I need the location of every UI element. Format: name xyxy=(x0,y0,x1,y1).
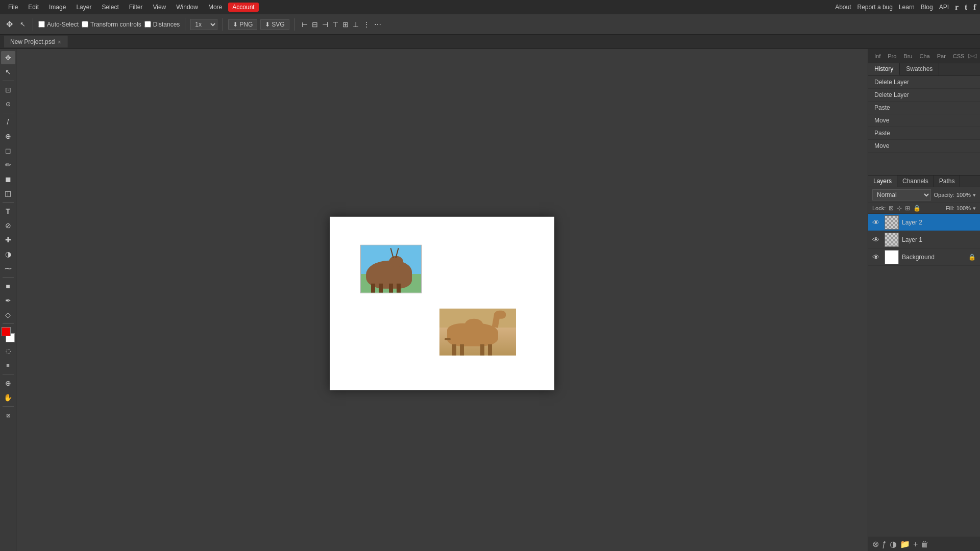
healing-tool[interactable]: ✚ xyxy=(1,233,15,246)
transform-checkbox[interactable]: Transform controls xyxy=(82,21,141,28)
blend-mode-select[interactable]: Normal Multiply Screen Overlay xyxy=(872,189,931,201)
align-top-edge-icon[interactable]: ⊤ xyxy=(331,19,340,30)
align-bottom-edge-icon[interactable]: ⊥ xyxy=(351,19,360,30)
text-tool[interactable]: T xyxy=(1,205,15,218)
nav-layer[interactable]: Layer xyxy=(72,3,95,12)
nav-learn[interactable]: Learn xyxy=(899,4,915,11)
crop-tool[interactable]: ⊡ xyxy=(1,83,15,96)
project-tab[interactable]: New Project.psd × xyxy=(4,36,67,47)
nav-api[interactable]: API xyxy=(939,4,949,11)
pencil-tool[interactable]: ✏ xyxy=(1,158,15,171)
elk-image[interactable] xyxy=(360,245,422,293)
nav-filter[interactable]: Filter xyxy=(125,3,147,12)
layer-item-1[interactable]: 👁 Layer 1 xyxy=(868,231,980,248)
history-item-2[interactable]: Paste xyxy=(868,102,980,114)
nav-account[interactable]: Account xyxy=(228,3,258,12)
transform-input[interactable] xyxy=(82,21,88,28)
lock-all-icon[interactable]: 🔒 xyxy=(913,205,921,212)
history-item-0[interactable]: Delete Layer xyxy=(868,76,980,89)
layer-item-2[interactable]: 👁 Background 🔒 xyxy=(868,248,980,266)
layer-eye-2[interactable]: 👁 xyxy=(872,253,881,261)
pen-tool[interactable]: ✒ xyxy=(1,294,15,307)
link-layers-icon[interactable]: ⊗ xyxy=(872,539,879,549)
foreground-color-swatch[interactable] xyxy=(2,327,11,336)
opacity-arrow[interactable]: ▾ xyxy=(973,192,976,198)
zoom-select[interactable]: 1x 2x 0.5x xyxy=(190,19,217,30)
eraser-tool[interactable]: ◻ xyxy=(1,144,15,157)
history-item-4[interactable]: Paste xyxy=(868,127,980,140)
hand-tool[interactable]: ✋ xyxy=(1,391,15,404)
distances-input[interactable] xyxy=(144,21,151,28)
history-item-1[interactable]: Delete Layer xyxy=(868,89,980,102)
dodge-tool[interactable]: ◑ xyxy=(1,247,15,261)
fill-arrow[interactable]: ▾ xyxy=(973,205,976,212)
tab-paths[interactable]: Paths xyxy=(934,176,961,187)
nav-select[interactable]: Select xyxy=(97,3,122,12)
select-tool[interactable]: ↖ xyxy=(1,65,15,79)
toolbar-select-icon[interactable]: ↖ xyxy=(18,19,28,29)
reddit-icon[interactable]: 𝐫 xyxy=(955,3,959,12)
panel-collapse-icon[interactable]: ▷◁ xyxy=(968,53,976,59)
nav-blog[interactable]: Blog xyxy=(921,4,933,11)
lasso-tool[interactable]: ⊙ xyxy=(1,97,15,111)
history-item-3[interactable]: Move xyxy=(868,114,980,127)
shape-tool[interactable]: ■ xyxy=(1,280,15,293)
side-mini-bru[interactable]: Bru xyxy=(900,52,915,60)
gradient-tool[interactable]: ◫ xyxy=(1,187,15,200)
history-item-5[interactable]: Move xyxy=(868,140,980,153)
side-mini-cha[interactable]: Cha xyxy=(916,52,933,60)
align-v-center-icon[interactable]: ⊞ xyxy=(341,19,350,30)
align-left-edge-icon[interactable]: ⊢ xyxy=(300,19,309,30)
ruler-tool[interactable]: ≡ xyxy=(1,359,15,372)
side-mini-pro[interactable]: Pro xyxy=(885,52,899,60)
nav-about[interactable]: About xyxy=(835,4,851,11)
nav-edit[interactable]: Edit xyxy=(24,3,43,12)
nav-reportbug[interactable]: Report a bug xyxy=(857,4,893,11)
nav-window[interactable]: Window xyxy=(172,3,202,12)
layer-effects-icon[interactable]: ƒ xyxy=(882,540,887,549)
align-right-edge-icon[interactable]: ⊣ xyxy=(321,19,330,30)
layer-eye-0[interactable]: 👁 xyxy=(872,218,881,227)
auto-select-input[interactable] xyxy=(38,21,45,28)
auto-select-checkbox[interactable]: Auto-Select xyxy=(38,21,79,28)
distribute-h-icon[interactable]: ⋮ xyxy=(361,19,372,30)
facebook-icon[interactable]: 𝐟 xyxy=(973,3,976,12)
move-tool[interactable]: ✥ xyxy=(1,51,15,64)
nav-image[interactable]: Image xyxy=(45,3,70,12)
tab-history[interactable]: History xyxy=(868,63,900,76)
svg-export-button[interactable]: ⬇ SVG xyxy=(260,19,289,30)
nav-file[interactable]: File xyxy=(4,3,22,12)
zoom-tool[interactable]: ⊕ xyxy=(1,377,15,390)
extra-tool[interactable]: ⊠ xyxy=(1,409,15,422)
layer-eye-1[interactable]: 👁 xyxy=(872,236,881,244)
smudge-tool[interactable]: ⁓ xyxy=(1,262,15,275)
nav-view[interactable]: View xyxy=(149,3,170,12)
toolbar-move-icon[interactable]: ✥ xyxy=(4,18,15,30)
distances-checkbox[interactable]: Distances xyxy=(144,21,180,28)
side-mini-inf[interactable]: Inf xyxy=(871,52,884,60)
new-group-icon[interactable]: 📁 xyxy=(900,539,910,549)
canvas-document[interactable] xyxy=(330,217,554,390)
tab-channels[interactable]: Channels xyxy=(897,176,934,187)
lock-position-icon[interactable]: ⊹ xyxy=(897,205,902,212)
distribute-v-icon[interactable]: ⋯ xyxy=(373,19,383,30)
brush-tool[interactable]: / xyxy=(1,115,15,129)
layer-item-0[interactable]: 👁 Layer 2 xyxy=(868,214,980,231)
nav-more[interactable]: More xyxy=(204,3,226,12)
tab-layers[interactable]: Layers xyxy=(868,176,897,187)
side-mini-par[interactable]: Par xyxy=(934,52,949,60)
delete-layer-icon[interactable]: 🗑 xyxy=(921,540,929,549)
tab-swatches[interactable]: Swatches xyxy=(900,63,939,76)
align-h-center-icon[interactable]: ⊟ xyxy=(310,19,320,30)
canvas-area[interactable] xyxy=(16,49,868,551)
twitter-icon[interactable]: 𝐭 xyxy=(965,3,967,12)
png-export-button[interactable]: ⬇ PNG xyxy=(228,19,257,30)
camel-image[interactable] xyxy=(439,309,516,356)
quick-mask-tool[interactable]: ◌ xyxy=(1,344,15,358)
new-layer-icon[interactable]: + xyxy=(913,540,918,549)
vector-tool[interactable]: ◇ xyxy=(1,308,15,321)
side-mini-css[interactable]: CSS xyxy=(950,52,968,60)
lock-artboard-icon[interactable]: ⊞ xyxy=(905,205,910,212)
layer-mask-icon[interactable]: ◑ xyxy=(890,539,897,549)
fill-tool[interactable]: ◼ xyxy=(1,172,15,186)
